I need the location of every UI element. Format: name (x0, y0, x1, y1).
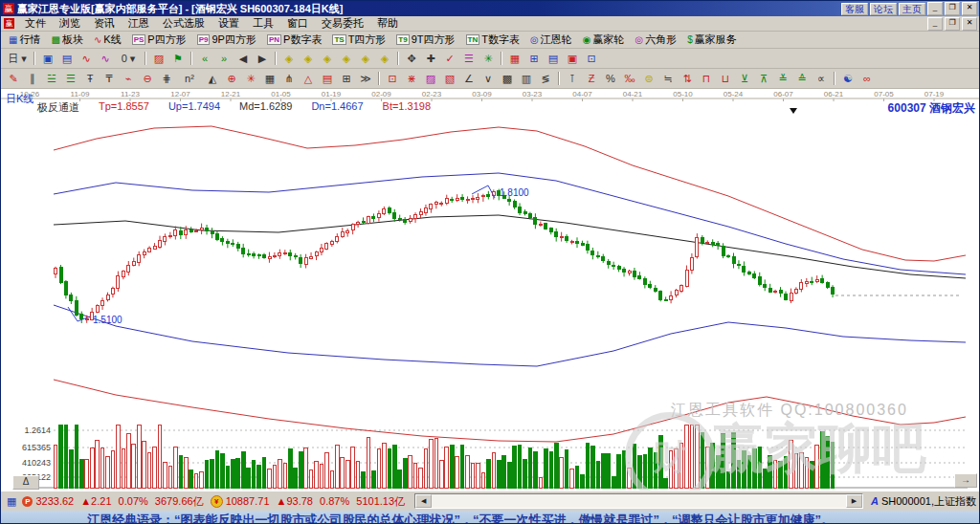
draw-permille-icon[interactable]: ‰ (620, 70, 639, 87)
menu-3[interactable]: 江恩 (122, 16, 156, 31)
chart-area[interactable]: 日K线 极反通道 Tp=1.8557 Up=1.7494 Md=1.6289 D… (1, 89, 980, 491)
draw-taiji-icon[interactable]: ☯ (838, 70, 858, 87)
draw-vlines-icon[interactable]: ▥ (517, 70, 536, 87)
draw-mesh-icon[interactable]: ▩ (498, 70, 517, 87)
nav-save-icon[interactable]: ▣ (563, 50, 582, 67)
nav-notes-icon[interactable]: ▤ (544, 50, 563, 67)
main-toolbar-button-6[interactable]: TST四方形 (327, 32, 390, 48)
main-toolbar-button-1[interactable]: ▩板块 (46, 32, 87, 48)
main-toolbar-button-0[interactable]: ▦行情 (4, 32, 45, 48)
nav-diamond-6-icon[interactable]: ◈ (375, 50, 394, 67)
menu-2[interactable]: 资讯 (87, 16, 122, 31)
nav-last-icon[interactable]: » (214, 50, 234, 67)
draw-parallel-lines-icon[interactable]: ∥ (23, 70, 42, 87)
draw-zigzag-icon[interactable]: ⌁ (119, 70, 138, 87)
nav-star-icon[interactable]: ✳ (479, 50, 498, 67)
scrollbar-track[interactable] (432, 495, 846, 507)
draw-square-of-nine-icon[interactable]: n² (176, 70, 203, 87)
draw-gold-ratio-icon[interactable]: ⊜ (639, 70, 658, 87)
draw-vee-icon[interactable]: ∨ (479, 70, 498, 87)
draw-arc-icon[interactable]: △ (299, 70, 318, 87)
quote-grid-icon[interactable]: ▦ (7, 495, 16, 508)
menu-6[interactable]: 工具 (246, 16, 280, 31)
child-minimize-button[interactable]: _ (927, 17, 943, 31)
delta-button[interactable]: Δ (12, 475, 39, 490)
draw-channel-icon[interactable]: ≶ (536, 70, 555, 87)
draw-nand-tool-icon[interactable]: ⊼ (754, 70, 773, 87)
horizontal-scrollbar[interactable]: ◀ ▶ (414, 493, 863, 509)
menu-8[interactable]: 交易委托 (315, 16, 370, 31)
nav-diamond-4-icon[interactable]: ◈ (337, 50, 356, 67)
draw-gann-star-icon[interactable]: ✳ (241, 70, 260, 87)
nav-next-icon[interactable]: ▶ (253, 50, 272, 67)
nav-calendar-icon[interactable]: ▦ (505, 50, 524, 67)
nav-diamond-5-icon[interactable]: ◈ (356, 50, 375, 67)
draw-box-levels-icon[interactable]: ▤ (318, 70, 337, 87)
draw-z-tool-icon[interactable]: Ƶ (582, 70, 601, 87)
draw-rect-tool-icon[interactable]: ⊡ (383, 70, 402, 87)
menu-1[interactable]: 浏览 (53, 16, 87, 31)
main-toolbar-button-3[interactable]: PSP四方形 (127, 32, 191, 48)
forum-button[interactable]: 论坛 (870, 3, 897, 15)
menu-0[interactable]: 文件 (18, 16, 53, 31)
nav-diamond-3-icon[interactable]: ◈ (318, 50, 337, 67)
main-toolbar-button-8[interactable]: TNT数字表 (461, 32, 524, 48)
main-toolbar-button-9[interactable]: ◎江恩轮 (525, 32, 577, 48)
customer-service-button[interactable]: 客服 (841, 3, 868, 15)
menu-7[interactable]: 窗口 (280, 16, 315, 31)
main-toolbar-button-10[interactable]: ◉赢家轮 (578, 32, 630, 48)
nav-calculator-icon[interactable]: ⊞ (524, 50, 544, 67)
draw-fan-icon[interactable]: ⋇ (402, 70, 421, 87)
nav-cross-icon[interactable]: ✚ (421, 50, 440, 67)
draw-xor-tool-icon[interactable]: ⊻ (735, 70, 754, 87)
nav-check-icon[interactable]: ✓ (440, 50, 459, 67)
draw-t-line-icon[interactable]: Ŧ (80, 70, 100, 87)
nav-diamond-1-icon[interactable]: ◈ (279, 50, 299, 67)
scroll-right-button[interactable]: → (954, 473, 977, 488)
close-button[interactable]: ✕ (962, 2, 977, 15)
draw-grid-box-icon[interactable]: ⊞ (337, 70, 356, 87)
main-toolbar-button-12[interactable]: $赢家服务 (682, 32, 742, 48)
child-close-button[interactable]: ✕ (962, 17, 977, 31)
draw-top-marker-icon[interactable]: ⊺ (563, 70, 582, 87)
scrollbar-left-arrow[interactable]: ◀ (415, 494, 432, 508)
child-restore-button[interactable]: ❐ (945, 17, 960, 31)
main-toolbar-button-5[interactable]: PNP数字表 (262, 32, 326, 48)
restore-button[interactable]: ❐ (945, 2, 960, 15)
draw-angle-icon[interactable]: ∠ (459, 70, 479, 87)
menu-5[interactable]: 设置 (212, 16, 246, 31)
draw-shade-1-icon[interactable]: ▨ (421, 70, 440, 87)
draw-grid-lines-icon[interactable]: ☰ (61, 70, 80, 87)
draw-expand-icon[interactable]: ≫ (356, 70, 375, 87)
draw-bottom-box-icon[interactable]: ⊔ (716, 70, 735, 87)
draw-percent-icon[interactable]: % (601, 70, 620, 87)
draw-pencil-icon[interactable]: ✎ (4, 70, 23, 87)
nav-diamond-2-icon[interactable]: ◈ (299, 50, 318, 67)
nav-prev-icon[interactable]: ◀ (234, 50, 253, 67)
nav-period-daily-icon[interactable]: 日 ▾ (4, 50, 31, 67)
nav-network-icon[interactable]: ⊡ (582, 50, 601, 67)
draw-gann-circle-icon[interactable]: ⊕ (222, 70, 241, 87)
main-toolbar-button-4[interactable]: P99P四方形 (192, 32, 261, 48)
draw-equal-angle-icon[interactable]: ≚ (773, 70, 792, 87)
nav-zero-combo-icon[interactable]: 0 ▾ (115, 50, 142, 67)
draw-pitchfork-icon[interactable]: ⋔ (279, 70, 299, 87)
nav-chip-icon[interactable]: ▨ (149, 50, 168, 67)
draw-triangle-icon[interactable]: ◭ (203, 70, 222, 87)
draw-corresponds-icon[interactable]: ≙ (792, 70, 812, 87)
homepage-button[interactable]: 主页 (899, 3, 925, 15)
draw-fib-lines-icon[interactable]: ☱ (42, 70, 61, 87)
draw-gann-grid-icon[interactable]: ▦ (260, 70, 279, 87)
draw-updown-icon[interactable]: ⇅ (678, 70, 697, 87)
nav-flag-icon[interactable]: ⚑ (168, 50, 188, 67)
nav-wave-small-icon[interactable]: ∿ (77, 50, 96, 67)
draw-proportion-icon[interactable]: ∝ (812, 70, 831, 87)
main-toolbar-button-11[interactable]: ◎六角形 (630, 32, 681, 48)
draw-ellipse-icon[interactable]: ⊖ (138, 70, 157, 87)
main-toolbar-button-7[interactable]: T99T四方形 (391, 32, 459, 48)
nav-lines-icon[interactable]: ☰ (459, 50, 479, 67)
draw-approx-icon[interactable]: ≒ (658, 70, 678, 87)
minimize-button[interactable]: _ (927, 2, 943, 15)
main-toolbar-button-2[interactable]: ∿K线 (89, 32, 126, 48)
draw-t2-line-icon[interactable]: ₸ (100, 70, 119, 87)
